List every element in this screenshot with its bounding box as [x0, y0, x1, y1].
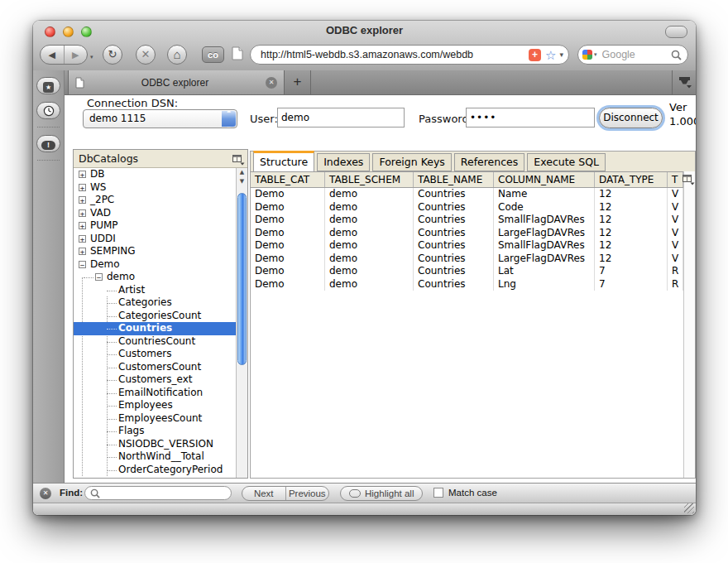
- highlight-all-button[interactable]: Highlight all: [340, 486, 423, 501]
- tab-foreign-keys[interactable]: Foreign Keys: [372, 153, 451, 171]
- table-row[interactable]: DemodemoCountriesSmallFlagDAVRes12V: [251, 214, 683, 227]
- tree-scrollbar-thumb[interactable]: [237, 193, 247, 365]
- tree-item-demo[interactable]: −Demo: [74, 258, 236, 272]
- home-button[interactable]: ⌂: [167, 45, 187, 65]
- table-row[interactable]: DemodemoCountriesLargeFlagDAVRes12V: [251, 227, 683, 240]
- tree-item-countries[interactable]: Countries: [74, 322, 236, 335]
- tree-item-artist[interactable]: Artist: [74, 284, 236, 297]
- password-input[interactable]: [466, 108, 595, 128]
- find-close-icon[interactable]: ✕: [40, 488, 51, 499]
- tree-item-customers-ext[interactable]: Customers_ext: [74, 373, 236, 387]
- tab-execute-sql[interactable]: Execute SQL: [527, 153, 606, 171]
- close-tab-icon[interactable]: ✕: [266, 77, 277, 89]
- highlight-oval-icon: [349, 489, 361, 498]
- disconnect-button[interactable]: Disconnect: [599, 108, 663, 128]
- tree-item-pump[interactable]: +PUMP: [74, 219, 236, 233]
- tree-item-semping[interactable]: +SEMPING: [74, 245, 236, 258]
- find-next-button[interactable]: Next: [242, 487, 285, 500]
- tree-item-emailnotification[interactable]: EmailNotification: [74, 387, 236, 400]
- grid-scrollbar-track[interactable]: [683, 171, 695, 478]
- tree-item-vad[interactable]: +VAD: [74, 207, 236, 220]
- error-console-button[interactable]: !: [36, 135, 60, 152]
- tab-indexes[interactable]: Indexes: [317, 153, 370, 171]
- rail-divider: [37, 127, 60, 128]
- tree-item-uddi[interactable]: +UDDI: [74, 233, 236, 246]
- scroll-down-icon[interactable]: ▼: [237, 177, 247, 186]
- column-header-column-name[interactable]: COLUMN_NAME: [494, 172, 595, 187]
- column-header-table-name[interactable]: TABLE_NAME: [414, 172, 494, 187]
- bookmarks-button[interactable]: ★: [36, 77, 60, 94]
- forward-icon[interactable]: ▶: [64, 46, 88, 64]
- dsn-select[interactable]: demo 1115 ▲▼: [83, 109, 237, 128]
- tree-item-ws[interactable]: +WS: [74, 181, 236, 195]
- table-row[interactable]: DemodemoCountriesLng7R: [251, 278, 683, 291]
- tree-item-nsiodbc-version[interactable]: NSIODBC_VERSION: [74, 438, 236, 451]
- tree-item-employeescount[interactable]: EmployeesCount: [74, 412, 236, 426]
- user-input[interactable]: [277, 108, 405, 128]
- expand-icon[interactable]: +: [79, 171, 86, 178]
- reload-button[interactable]: ↻: [103, 45, 122, 65]
- search-bar[interactable]: ▾: [577, 45, 688, 65]
- tree-item-label: WS: [90, 181, 106, 195]
- bookmark-star-icon[interactable]: ☆: [545, 49, 556, 61]
- tree-item-employees[interactable]: Employees: [74, 399, 236, 412]
- resize-grip-icon[interactable]: [684, 503, 694, 513]
- tab-list-icon[interactable]: [678, 76, 692, 92]
- expand-icon[interactable]: +: [79, 209, 86, 217]
- expand-icon[interactable]: +: [79, 222, 86, 229]
- tree-scrollbar[interactable]: ▲ ▼: [236, 168, 247, 478]
- toolbar-toggle-button[interactable]: [665, 26, 687, 38]
- column-picker-icon[interactable]: [682, 173, 695, 189]
- tree-item-ordercategoryperiod[interactable]: OrderCategoryPeriod: [74, 464, 236, 477]
- table-row[interactable]: DemodemoCountriesSmallFlagDAVRes12V: [251, 239, 683, 253]
- expand-icon[interactable]: +: [79, 235, 86, 243]
- column-header-table-cat[interactable]: TABLE_CAT: [251, 172, 325, 187]
- scroll-up-icon[interactable]: ▲: [237, 168, 247, 177]
- add-bookmark-icon[interactable]: +: [529, 49, 541, 61]
- search-input[interactable]: [601, 48, 671, 61]
- history-button[interactable]: [36, 102, 60, 119]
- address-bar[interactable]: + ☆ ▾: [250, 45, 569, 65]
- expand-icon[interactable]: +: [79, 184, 86, 191]
- tree-item-db[interactable]: +DB: [74, 168, 236, 181]
- tab-structure[interactable]: Structure: [253, 151, 314, 171]
- tab-references[interactable]: References: [454, 153, 524, 171]
- browser-tab-odbc-explorer[interactable]: ODBC explorer ✕: [68, 70, 285, 94]
- find-input[interactable]: [100, 488, 226, 499]
- table-row[interactable]: DemodemoCountriesLargeFlagDAVRes12V: [251, 253, 683, 266]
- tree-item-customers[interactable]: Customers: [74, 348, 236, 361]
- expand-icon[interactable]: +: [79, 196, 86, 204]
- tree-item-demo[interactable]: −demo: [74, 271, 236, 284]
- table-row[interactable]: DemodemoCountriesLat7R: [251, 265, 683, 278]
- find-previous-button[interactable]: Previous: [285, 487, 329, 500]
- back-forward-buttons[interactable]: ◀ ▶: [40, 45, 88, 65]
- find-field[interactable]: [84, 486, 232, 500]
- tree-item-countriescount[interactable]: CountriesCount: [74, 335, 236, 349]
- expand-icon[interactable]: +: [79, 248, 86, 255]
- tree-item-flags[interactable]: Flags: [74, 425, 236, 438]
- google-logo-icon[interactable]: [582, 50, 592, 60]
- tree-item-categoriescount[interactable]: CategoriesCount: [74, 310, 236, 323]
- url-dropdown-icon[interactable]: ▾: [559, 51, 563, 59]
- tree-item-customerscount[interactable]: CustomersCount: [74, 361, 236, 374]
- new-tab-button[interactable]: +: [285, 70, 311, 94]
- back-icon[interactable]: ◀: [41, 46, 64, 64]
- column-header-t[interactable]: T: [668, 172, 683, 187]
- table-row[interactable]: DemodemoCountriesName12V: [251, 188, 683, 201]
- tree-item-northwind-total[interactable]: NorthWind__Total: [74, 450, 236, 464]
- column-header-table-schem[interactable]: TABLE_SCHEM: [325, 172, 414, 187]
- collapse-icon[interactable]: −: [79, 261, 86, 268]
- panel-picker-icon[interactable]: [232, 153, 245, 169]
- tree-item-categories[interactable]: Categories: [74, 296, 236, 310]
- history-dropdown-icon[interactable]: ▾: [90, 54, 93, 60]
- page-proxy-icon[interactable]: [232, 46, 243, 60]
- column-header-data-type[interactable]: DATA_TYPE: [595, 172, 668, 187]
- match-case-checkbox[interactable]: [433, 488, 443, 498]
- tree-item--2pc[interactable]: +_2PC: [74, 194, 236, 207]
- search-engine-dropdown-icon[interactable]: ▾: [594, 51, 597, 58]
- url-input[interactable]: [259, 48, 529, 61]
- co-logo-badge[interactable]: co: [202, 46, 224, 63]
- table-row[interactable]: DemodemoCountriesCode12V: [251, 201, 683, 214]
- collapse-icon[interactable]: −: [95, 273, 103, 281]
- stop-button[interactable]: ✕: [136, 45, 156, 65]
